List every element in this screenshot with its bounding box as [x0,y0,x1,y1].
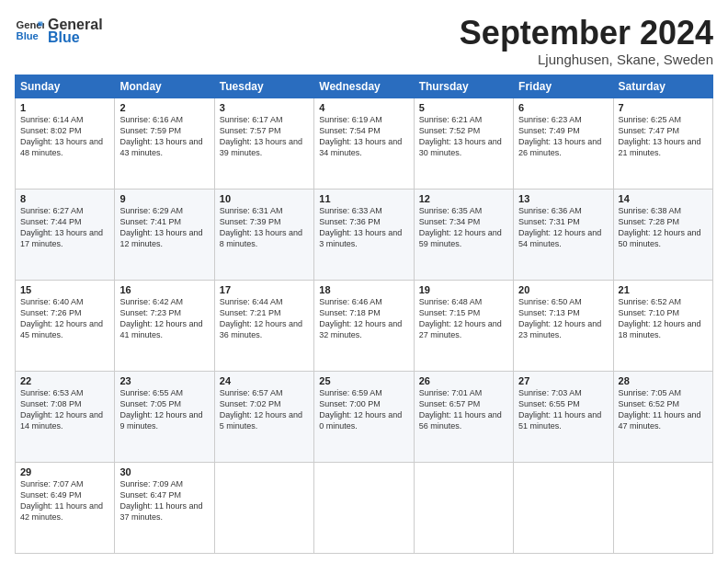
calendar-cell: 24Sunrise: 6:57 AMSunset: 7:02 PMDayligh… [214,371,313,462]
day-info: Sunrise: 6:42 AMSunset: 7:23 PMDaylight:… [119,297,202,339]
calendar-cell: 29Sunrise: 7:07 AMSunset: 6:49 PMDayligh… [16,462,115,553]
day-number: 17 [220,284,309,295]
calendar-table: Sunday Monday Tuesday Wednesday Thursday… [15,75,713,554]
header-tuesday: Tuesday [214,75,313,98]
logo-blue: Blue [48,29,103,46]
day-info: Sunrise: 6:57 AMSunset: 7:02 PMDaylight:… [220,388,302,431]
day-info: Sunrise: 6:25 AMSunset: 7:47 PMDaylight:… [619,115,701,157]
header-wednesday: Wednesday [314,75,414,98]
day-number: 5 [419,102,508,113]
day-number: 19 [419,284,508,295]
day-number: 27 [518,375,608,386]
calendar-cell [214,462,313,553]
calendar-cell: 27Sunrise: 7:03 AMSunset: 6:55 PMDayligh… [514,371,613,462]
calendar-week-row: 1Sunrise: 6:14 AMSunset: 8:02 PMDaylight… [16,98,713,189]
day-number: 11 [319,193,408,204]
calendar-cell: 1Sunrise: 6:14 AMSunset: 8:02 PMDaylight… [16,98,115,189]
calendar-cell: 20Sunrise: 6:50 AMSunset: 7:13 PMDayligh… [514,280,613,371]
day-number: 4 [319,102,408,113]
day-number: 20 [518,284,608,295]
day-info: Sunrise: 6:55 AMSunset: 7:05 PMDaylight:… [119,388,202,431]
day-info: Sunrise: 6:52 AMSunset: 7:10 PMDaylight:… [619,297,701,339]
calendar-cell: 13Sunrise: 6:36 AMSunset: 7:31 PMDayligh… [514,189,613,280]
calendar-cell: 22Sunrise: 6:53 AMSunset: 7:08 PMDayligh… [16,371,115,462]
day-number: 1 [20,102,109,113]
day-info: Sunrise: 6:23 AMSunset: 7:49 PMDaylight:… [518,115,601,157]
day-number: 29 [20,466,109,477]
calendar-cell: 23Sunrise: 6:55 AMSunset: 7:05 PMDayligh… [115,371,214,462]
calendar-header: Sunday Monday Tuesday Wednesday Thursday… [16,75,713,98]
calendar-cell: 25Sunrise: 6:59 AMSunset: 7:00 PMDayligh… [314,371,414,462]
day-number: 12 [419,193,508,204]
day-info: Sunrise: 6:48 AMSunset: 7:15 PMDaylight:… [419,297,502,339]
weekday-header-row: Sunday Monday Tuesday Wednesday Thursday… [16,75,713,98]
day-number: 25 [319,375,408,386]
day-info: Sunrise: 6:35 AMSunset: 7:34 PMDaylight:… [419,206,502,248]
header-sunday: Sunday [16,75,115,98]
logo: General Blue General Blue [15,15,103,45]
header-monday: Monday [115,75,214,98]
day-info: Sunrise: 6:46 AMSunset: 7:18 PMDaylight:… [319,297,402,339]
calendar-week-row: 22Sunrise: 6:53 AMSunset: 7:08 PMDayligh… [16,371,713,462]
day-info: Sunrise: 6:17 AMSunset: 7:57 PMDaylight:… [220,115,302,157]
day-number: 28 [619,375,708,386]
calendar-cell [613,462,712,553]
calendar-cell: 4Sunrise: 6:19 AMSunset: 7:54 PMDaylight… [314,98,414,189]
day-info: Sunrise: 7:05 AMSunset: 6:52 PMDaylight:… [619,388,701,431]
calendar-cell: 26Sunrise: 7:01 AMSunset: 6:57 PMDayligh… [414,371,513,462]
day-info: Sunrise: 6:44 AMSunset: 7:21 PMDaylight:… [220,297,302,339]
calendar-cell: 9Sunrise: 6:29 AMSunset: 7:41 PMDaylight… [115,189,214,280]
calendar-cell: 5Sunrise: 6:21 AMSunset: 7:52 PMDaylight… [414,98,513,189]
calendar-cell [414,462,513,553]
day-info: Sunrise: 6:53 AMSunset: 7:08 PMDaylight:… [20,388,103,431]
day-number: 8 [20,193,109,204]
title-block: September 2024 Ljunghusen, Skane, Sweden [460,15,713,67]
day-info: Sunrise: 6:29 AMSunset: 7:41 PMDaylight:… [119,206,202,248]
calendar-cell: 19Sunrise: 6:48 AMSunset: 7:15 PMDayligh… [414,280,513,371]
calendar-cell: 21Sunrise: 6:52 AMSunset: 7:10 PMDayligh… [613,280,712,371]
day-number: 24 [220,375,309,386]
calendar-cell: 6Sunrise: 6:23 AMSunset: 7:49 PMDaylight… [514,98,613,189]
day-info: Sunrise: 6:27 AMSunset: 7:44 PMDaylight:… [20,206,103,248]
day-info: Sunrise: 6:40 AMSunset: 7:26 PMDaylight:… [20,297,103,339]
day-number: 7 [619,102,708,113]
calendar-cell: 3Sunrise: 6:17 AMSunset: 7:57 PMDaylight… [214,98,313,189]
month-title: September 2024 [460,15,713,52]
day-number: 18 [319,284,408,295]
calendar-cell: 15Sunrise: 6:40 AMSunset: 7:26 PMDayligh… [16,280,115,371]
calendar-week-row: 8Sunrise: 6:27 AMSunset: 7:44 PMDaylight… [16,189,713,280]
day-info: Sunrise: 6:36 AMSunset: 7:31 PMDaylight:… [518,206,601,248]
day-info: Sunrise: 6:21 AMSunset: 7:52 PMDaylight:… [419,115,502,157]
calendar-cell [514,462,613,553]
header-friday: Friday [514,75,613,98]
day-number: 3 [220,102,309,113]
calendar-cell: 18Sunrise: 6:46 AMSunset: 7:18 PMDayligh… [314,280,414,371]
header: General Blue General Blue September 2024… [15,15,713,67]
day-number: 26 [419,375,508,386]
day-number: 15 [20,284,109,295]
calendar-cell: 14Sunrise: 6:38 AMSunset: 7:28 PMDayligh… [613,189,712,280]
day-number: 22 [20,375,109,386]
day-number: 2 [119,102,209,113]
day-number: 9 [119,193,209,204]
calendar-cell: 7Sunrise: 6:25 AMSunset: 7:47 PMDaylight… [613,98,712,189]
day-number: 14 [619,193,708,204]
day-number: 6 [518,102,608,113]
day-info: Sunrise: 6:31 AMSunset: 7:39 PMDaylight:… [220,206,302,248]
day-number: 16 [119,284,209,295]
day-info: Sunrise: 6:50 AMSunset: 7:13 PMDaylight:… [518,297,601,339]
day-number: 10 [220,193,309,204]
page: General Blue General Blue September 2024… [0,0,728,563]
calendar-cell: 10Sunrise: 6:31 AMSunset: 7:39 PMDayligh… [214,189,313,280]
calendar-week-row: 15Sunrise: 6:40 AMSunset: 7:26 PMDayligh… [16,280,713,371]
day-info: Sunrise: 6:16 AMSunset: 7:59 PMDaylight:… [119,115,202,157]
day-info: Sunrise: 6:59 AMSunset: 7:00 PMDaylight:… [319,388,402,431]
calendar-cell: 8Sunrise: 6:27 AMSunset: 7:44 PMDaylight… [16,189,115,280]
svg-text:Blue: Blue [17,29,39,40]
calendar-cell: 11Sunrise: 6:33 AMSunset: 7:36 PMDayligh… [314,189,414,280]
day-info: Sunrise: 7:01 AMSunset: 6:57 PMDaylight:… [419,388,502,431]
day-number: 21 [619,284,708,295]
day-info: Sunrise: 7:09 AMSunset: 6:47 PMDaylight:… [119,479,202,522]
header-saturday: Saturday [613,75,712,98]
calendar-cell: 30Sunrise: 7:09 AMSunset: 6:47 PMDayligh… [115,462,214,553]
